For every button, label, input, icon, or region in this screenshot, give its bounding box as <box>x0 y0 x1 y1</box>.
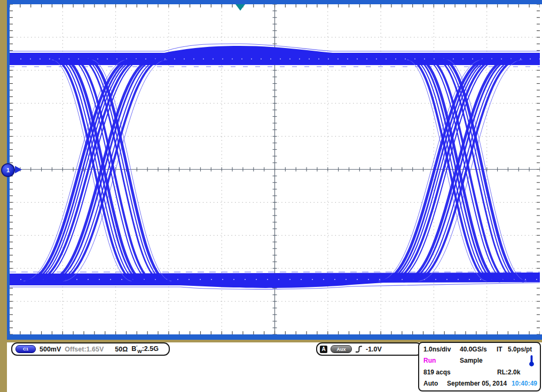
timebase-label: 1.0ns/div <box>423 346 451 353</box>
left-bezel <box>0 0 7 392</box>
rising-edge-icon <box>355 345 363 353</box>
oscilloscope-screen: 1 C1 500mV Offset:1.65V 50Ω B′W:2.5G A A… <box>0 0 542 392</box>
run-state-row: Run Sample <box>419 356 540 366</box>
resolution-label: 5.0ps/pt <box>508 346 532 353</box>
termination-label: 50Ω <box>115 346 128 353</box>
trigger-source-badge[interactable]: A <box>320 346 327 353</box>
acquisition-readout-box[interactable]: 1.0ns/div 40.0GS/s IT 5.0ps/pt Run Sampl… <box>418 342 541 391</box>
graticule <box>10 4 540 334</box>
trigger-aux-badge[interactable]: Aux <box>331 345 352 353</box>
channel-1-marker[interactable]: 1 <box>1 163 25 176</box>
vertical-scale-label: 500mV <box>40 346 61 353</box>
eye-diagram-waveform <box>10 4 540 334</box>
datetime-row: Auto September 05, 2014 10:40:49 <box>419 379 540 389</box>
channel-reference-arrow-icon <box>15 166 22 173</box>
horizontal-readout-row: 1.0ns/div 40.0GS/s IT 5.0ps/pt <box>419 345 540 355</box>
bandwidth-label: B′W:2.5G <box>131 345 159 354</box>
display-frame-top <box>7 0 542 4</box>
acquisition-mode-label: Sample <box>460 357 483 364</box>
date-label: September 05, 2014 <box>447 380 507 387</box>
acquisitions-label: 819 acqs <box>423 369 451 376</box>
time-label: 10:40:49 <box>512 380 537 387</box>
trigger-mode-label: Auto <box>423 380 438 387</box>
display-frame-bottom <box>7 334 542 340</box>
interpolation-label: IT <box>497 346 502 353</box>
trigger-level-label: -1.0V <box>366 346 382 353</box>
channel-1-badge[interactable]: 1 <box>1 163 15 177</box>
offset-label: Offset:1.65V <box>65 346 104 353</box>
acq-count-row: 819 acqs RL:2.0k <box>419 367 540 378</box>
thermometer-icon <box>528 355 535 367</box>
run-state-label: Run <box>423 357 436 364</box>
record-length-label: RL:2.0k <box>497 369 520 376</box>
trigger-readout-box[interactable]: A Aux -1.0V <box>316 342 422 356</box>
sample-rate-label: 40.0GS/s <box>460 346 487 353</box>
channel-readout-box[interactable]: C1 500mV Offset:1.65V 50Ω B′W:2.5G <box>11 342 170 356</box>
trigger-position-marker-icon[interactable] <box>235 4 245 11</box>
channel-c1-badge[interactable]: C1 <box>15 345 36 353</box>
